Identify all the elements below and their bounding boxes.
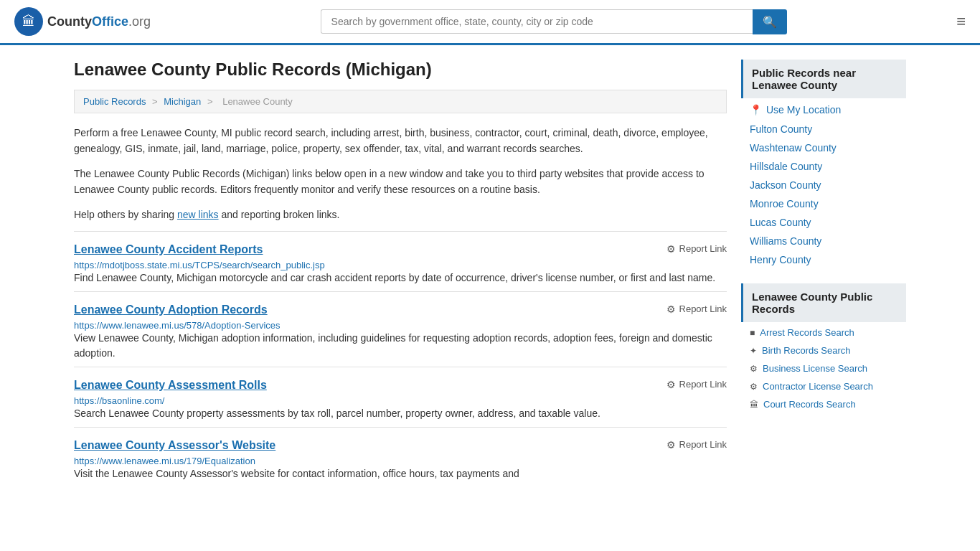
- breadcrumb: Public Records > Michigan > Lenawee Coun…: [74, 90, 727, 113]
- record-type-icon: ✦: [750, 346, 757, 356]
- public-records-header: Lenawee County Public Records: [741, 283, 906, 322]
- record-url-link[interactable]: https://www.lenawee.mi.us/578/Adoption-S…: [74, 320, 281, 331]
- report-icon: ⚙: [666, 303, 676, 315]
- breadcrumb-separator-2: >: [207, 96, 215, 107]
- sidebar-county-link[interactable]: Lucas County: [750, 217, 811, 228]
- sidebar-county-link[interactable]: Jackson County: [750, 179, 821, 191]
- record-section: Lenawee County Accident Reports ⚙ Report…: [74, 231, 727, 291]
- record-title[interactable]: Lenawee County Accident Reports: [74, 243, 263, 256]
- nearby-header: Public Records near Lenawee County: [741, 60, 906, 98]
- sidebar-county-link[interactable]: Williams County: [750, 235, 821, 247]
- record-header: Lenawee County Accident Reports ⚙ Report…: [74, 243, 727, 256]
- report-link[interactable]: ⚙ Report Link: [666, 379, 727, 390]
- record-section: Lenawee County Assessment Rolls ⚙ Report…: [74, 367, 727, 427]
- sidebar-county-item: Hillsdale County: [741, 157, 906, 176]
- intro-paragraph-2: The Lenawee County Public Records (Michi…: [74, 166, 727, 198]
- site-header: 🏛 CountyOffice.org 🔍 ≡: [0, 0, 980, 45]
- record-url[interactable]: https://www.lenawee.mi.us/179/Equalizati…: [74, 455, 727, 466]
- record-title[interactable]: Lenawee County Adoption Records: [74, 303, 268, 316]
- use-location-row: 📍 Use My Location: [741, 100, 906, 120]
- logo-area: 🏛 CountyOffice.org: [14, 7, 151, 36]
- record-title[interactable]: Lenawee County Assessment Rolls: [74, 379, 267, 392]
- breadcrumb-public-records[interactable]: Public Records: [83, 96, 146, 107]
- report-link[interactable]: ⚙ Report Link: [666, 243, 727, 255]
- sidebar-county-link[interactable]: Hillsdale County: [750, 161, 822, 172]
- search-area: 🔍: [321, 9, 787, 34]
- report-link[interactable]: ⚙ Report Link: [666, 439, 727, 451]
- record-url[interactable]: https://www.lenawee.mi.us/578/Adoption-S…: [74, 319, 727, 331]
- sidebar-county-item: Williams County: [741, 232, 906, 250]
- records-links-list: ■ Arrest Records Search ✦ Birth Records …: [741, 324, 906, 413]
- nearby-section: Public Records near Lenawee County 📍 Use…: [741, 60, 906, 269]
- record-url-link[interactable]: https://mdotjboss.state.mi.us/TCPS/searc…: [74, 260, 325, 270]
- sidebar-record-item: ⚙ Contractor License Search: [741, 377, 906, 395]
- search-button[interactable]: 🔍: [753, 9, 787, 34]
- record-type-icon: 🏛: [750, 400, 758, 410]
- sidebar-record-link[interactable]: Court Records Search: [763, 399, 856, 410]
- sidebar-record-link[interactable]: Birth Records Search: [762, 345, 851, 356]
- sidebar: Public Records near Lenawee County 📍 Use…: [741, 60, 906, 487]
- breadcrumb-michigan[interactable]: Michigan: [164, 96, 201, 107]
- sidebar-record-item: ■ Arrest Records Search: [741, 324, 906, 342]
- record-header: Lenawee County Assessor's Website ⚙ Repo…: [74, 439, 727, 452]
- report-icon: ⚙: [666, 243, 676, 255]
- public-records-section: Lenawee County Public Records ■ Arrest R…: [741, 283, 906, 413]
- sidebar-county-item: Washtenaw County: [741, 138, 906, 157]
- record-description: Find Lenawee County, Michigan motorcycle…: [74, 270, 727, 286]
- record-description: Visit the Lenawee County Assessor's webs…: [74, 466, 727, 481]
- record-title[interactable]: Lenawee County Assessor's Website: [74, 439, 275, 452]
- record-description: View Lenawee County, Michigan adoption i…: [74, 331, 727, 361]
- page-title: Lenawee County Public Records (Michigan): [74, 60, 727, 80]
- sidebar-county-link[interactable]: Monroe County: [750, 198, 819, 209]
- record-section: Lenawee County Assessor's Website ⚙ Repo…: [74, 427, 727, 487]
- report-icon: ⚙: [666, 379, 676, 390]
- record-description: Search Lenawee County property assessmen…: [74, 406, 727, 421]
- sidebar-county-link[interactable]: Henry County: [750, 254, 811, 265]
- search-input[interactable]: [321, 9, 753, 34]
- intro-paragraph-3: Help others by sharing new links and rep…: [74, 207, 727, 222]
- intro3-pre-text: Help others by sharing: [74, 209, 177, 220]
- records-container: Lenawee County Accident Reports ⚙ Report…: [74, 231, 727, 487]
- breadcrumb-lenawee: Lenawee County: [222, 96, 293, 107]
- sidebar-county-item: Lucas County: [741, 213, 906, 232]
- record-url[interactable]: https://mdotjboss.state.mi.us/TCPS/searc…: [74, 259, 727, 270]
- sidebar-county-item: Jackson County: [741, 176, 906, 194]
- main-content: Lenawee County Public Records (Michigan)…: [60, 45, 920, 501]
- record-url[interactable]: https://bsaonline.com/: [74, 395, 727, 406]
- record-url-link[interactable]: https://bsaonline.com/: [74, 395, 164, 406]
- sidebar-county-item: Henry County: [741, 250, 906, 269]
- breadcrumb-separator-1: >: [152, 96, 160, 107]
- sidebar-record-item: ✦ Birth Records Search: [741, 342, 906, 359]
- intro3-post-text: and reporting broken links.: [219, 209, 340, 220]
- record-header: Lenawee County Adoption Records ⚙ Report…: [74, 303, 727, 316]
- sidebar-record-link[interactable]: Business License Search: [763, 363, 867, 374]
- new-links-link[interactable]: new links: [177, 209, 219, 220]
- sidebar-county-link[interactable]: Washtenaw County: [750, 142, 837, 154]
- hamburger-menu-icon[interactable]: ≡: [956, 12, 966, 31]
- record-header: Lenawee County Assessment Rolls ⚙ Report…: [74, 379, 727, 392]
- sidebar-record-item: 🏛 Court Records Search: [741, 395, 906, 413]
- sidebar-record-link[interactable]: Arrest Records Search: [760, 327, 854, 338]
- record-type-icon: ⚙: [750, 364, 758, 374]
- report-link[interactable]: ⚙ Report Link: [666, 303, 727, 315]
- logo-icon: 🏛: [14, 7, 43, 36]
- search-icon: 🔍: [763, 16, 777, 28]
- record-url-link[interactable]: https://www.lenawee.mi.us/179/Equalizati…: [74, 456, 255, 466]
- use-my-location-link[interactable]: Use My Location: [766, 104, 841, 116]
- sidebar-record-item: ⚙ Business License Search: [741, 359, 906, 377]
- sidebar-county-item: Fulton County: [741, 120, 906, 138]
- record-type-icon: ■: [750, 328, 755, 338]
- logo-text: CountyOffice.org: [47, 14, 151, 29]
- nearby-counties-list: Fulton CountyWashtenaw CountyHillsdale C…: [741, 120, 906, 269]
- sidebar-county-item: Monroe County: [741, 194, 906, 213]
- sidebar-county-link[interactable]: Fulton County: [750, 123, 812, 135]
- intro-paragraph-1: Perform a free Lenawee County, MI public…: [74, 125, 727, 157]
- report-icon: ⚙: [666, 439, 676, 451]
- content-area: Lenawee County Public Records (Michigan)…: [74, 60, 727, 487]
- record-section: Lenawee County Adoption Records ⚙ Report…: [74, 291, 727, 367]
- sidebar-record-link[interactable]: Contractor License Search: [763, 381, 873, 392]
- location-pin-icon: 📍: [750, 104, 762, 116]
- record-type-icon: ⚙: [750, 382, 758, 392]
